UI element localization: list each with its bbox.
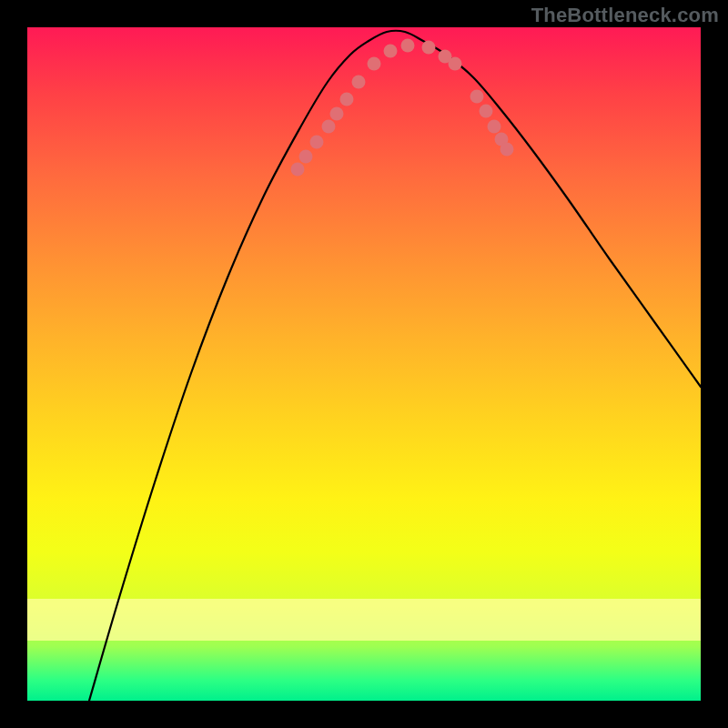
plot-area <box>27 27 701 701</box>
scatter-dot <box>384 45 398 58</box>
scatter-dot <box>422 41 436 55</box>
scatter-dot <box>401 39 415 53</box>
chart-frame: TheBottleneck.com <box>0 0 728 728</box>
scatter-dot <box>449 57 462 71</box>
scatter-dot <box>330 107 344 121</box>
scatter-dot <box>500 143 514 157</box>
watermark-text: TheBottleneck.com <box>531 4 719 27</box>
scatter-dot <box>291 163 305 177</box>
scatter-dot <box>310 136 324 149</box>
scatter-dot <box>340 93 354 106</box>
scatter-dot <box>470 90 484 104</box>
scatter-dot <box>299 150 313 164</box>
scatter-dot <box>322 120 336 134</box>
scatter-dot <box>488 120 501 134</box>
scatter-dots <box>291 39 514 177</box>
scatter-dot <box>368 57 381 71</box>
scatter-dot <box>480 105 493 118</box>
bottleneck-curve <box>89 31 701 701</box>
chart-svg <box>27 27 701 701</box>
scatter-dot <box>352 76 366 89</box>
